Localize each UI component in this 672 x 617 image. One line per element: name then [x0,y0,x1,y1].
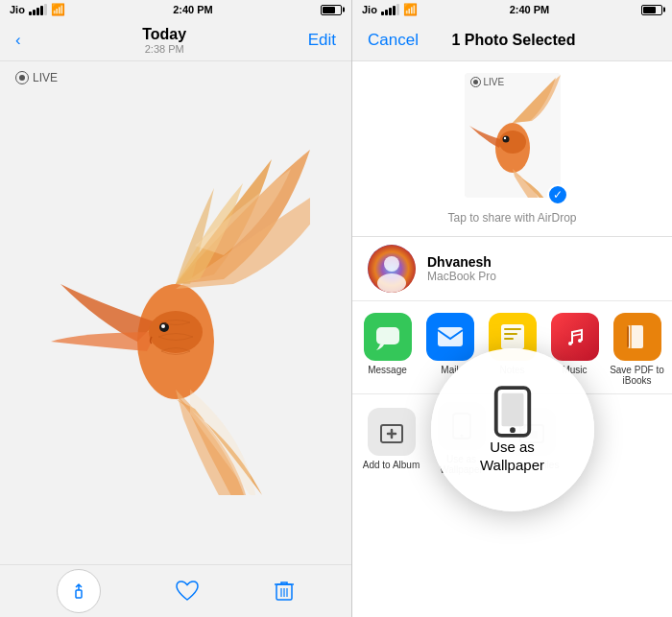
svg-rect-17 [504,328,521,330]
left-photo-container: LIVE [0,61,351,564]
right-battery [641,5,662,15]
svg-rect-16 [501,324,524,349]
right-panel: Jio 📶 2:40 PM Cancel 1 Photo Selected [352,0,672,617]
avatar-image [368,245,416,293]
share-icon [68,581,89,602]
left-status-right [321,5,342,15]
wallpaper-overlay-label: Use asWallpaper [480,438,544,475]
left-nav-title: Today [142,26,186,43]
right-live-badge: LIVE [470,77,505,87]
left-live-badge: LIVE [15,71,58,84]
thumb-fish-svg [465,73,561,198]
left-fish-image [41,131,310,495]
left-wifi-icon: 📶 [51,3,65,16]
svg-rect-4 [76,590,82,598]
checkmark-badge: ✓ [547,184,568,205]
r-signal-bar-2 [385,10,388,15]
right-battery-fill [643,7,656,13]
svg-rect-14 [376,327,399,344]
app-message[interactable]: Message [360,313,415,375]
svg-rect-15 [438,327,463,346]
left-battery-fill [323,7,335,13]
r-signal-bar-1 [381,12,384,15]
svg-point-9 [502,136,509,143]
svg-rect-30 [501,392,523,425]
contact-avatar [368,245,416,293]
signal-bar-1 [29,12,32,15]
right-wifi-icon: 📶 [403,3,418,16]
svg-point-10 [503,137,505,139]
left-nav-title-group: Today 2:38 PM [142,26,186,55]
heart-icon [175,580,200,603]
trash-icon [274,580,295,603]
actions-row: Add to Album Use as Wallpaper [352,394,672,483]
music-icon [551,313,599,361]
ibooks-app-icon [624,323,651,350]
add-album-icon [379,419,404,444]
signal-bar-3 [36,8,39,15]
share-button[interactable] [57,569,101,613]
svg-rect-19 [504,338,514,340]
notes-app-icon [499,322,526,351]
svg-rect-22 [627,326,629,347]
right-nav-title: 1 Photo Selected [452,32,576,49]
mail-icon [426,313,474,361]
right-status-left: Jio 📶 [362,3,418,16]
mail-app-icon [437,326,464,347]
signal-bar-4 [40,6,43,15]
right-time: 2:40 PM [510,4,550,15]
svg-rect-18 [504,333,517,335]
photo-preview-area: LIVE ✓ Tap to share with AirDrop [352,61,672,237]
r-signal-bar-5 [396,4,399,15]
svg-point-31 [510,427,516,433]
left-signal-bars [29,4,47,15]
fish-svg [41,131,310,495]
right-status-right [641,5,662,15]
back-button[interactable]: ‹ [15,31,21,50]
heart-button[interactable] [175,580,200,603]
delete-button[interactable] [274,580,295,603]
contact-info: Dhvanesh MacBook Pro [427,254,496,283]
music-app-icon [563,324,588,349]
left-time: 2:40 PM [173,4,213,15]
left-nav-subtitle: 2:38 PM [142,43,186,55]
left-panel: Jio 📶 2:40 PM ‹ Today 2:38 PM Edit [0,0,351,617]
share-circle [57,569,101,613]
left-carrier: Jio [10,4,25,15]
right-content: LIVE ✓ Tap to share with AirDrop [352,61,672,617]
svg-point-12 [384,256,399,272]
signal-bar-5 [44,4,47,15]
message-icon [364,313,412,361]
edit-button[interactable]: Edit [308,31,336,50]
left-live-label: LIVE [33,71,58,84]
ibooks-icon [613,313,661,361]
message-label: Message [368,365,407,375]
message-app-icon [374,323,401,350]
r-signal-bar-3 [389,8,392,15]
left-status-bar: Jio 📶 2:40 PM [0,0,351,19]
svg-point-13 [377,273,406,293]
contact-name: Dhvanesh [427,254,496,270]
cancel-button[interactable]: Cancel [368,31,419,50]
app-ibooks[interactable]: Save PDF to iBooks [610,313,664,386]
live-circle-icon [15,71,29,84]
photo-thumbnail [465,73,561,198]
right-nav-bar: Cancel 1 Photo Selected [352,19,672,61]
svg-point-8 [499,131,526,154]
photo-thumbnail-wrap: LIVE ✓ [465,73,561,198]
add-album-icon-box [368,408,416,456]
r-signal-bar-4 [393,6,396,15]
svg-point-1 [149,311,203,353]
action-add-album[interactable]: Add to Album [360,408,422,470]
left-battery [321,5,342,15]
svg-rect-21 [630,325,632,348]
signal-bar-2 [33,10,36,15]
add-album-label: Add to Album [363,460,420,470]
left-toolbar [0,564,351,617]
wallpaper-overlay-icon [491,386,535,438]
svg-point-3 [161,324,165,328]
airdrop-contact-row[interactable]: Dhvanesh MacBook Pro [352,237,672,301]
right-carrier: Jio [362,4,377,15]
right-status-bar: Jio 📶 2:40 PM [352,0,672,19]
wallpaper-overlay-circle[interactable]: Use asWallpaper [431,348,594,511]
